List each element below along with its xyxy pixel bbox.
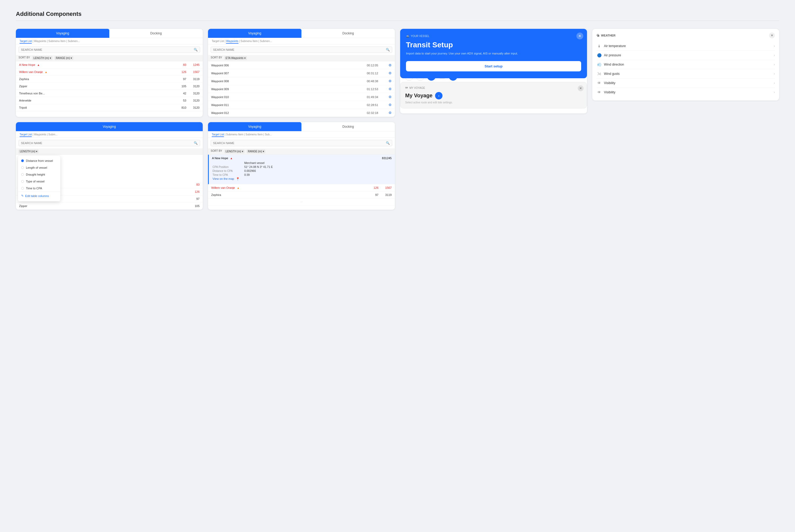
sort-bar-2: SORT BY ETA Waypoints ▾ <box>208 55 395 61</box>
dropdown-item-time-cpa[interactable]: Time to CPA <box>18 185 60 192</box>
settings-icon[interactable]: ⚙ <box>385 71 392 75</box>
voyage-label: 🗺 MY VOYAGE <box>405 87 582 89</box>
sort-length-1[interactable]: LENGTH (m) ▾ <box>32 56 52 60</box>
table-row[interactable]: Willem van Oranje ▲ 126 1567 <box>16 69 203 76</box>
crumb-active-5[interactable]: Target List <box>212 133 224 137</box>
tab-voyaging-5[interactable]: Voyaging <box>208 122 302 131</box>
waypoint-row[interactable]: Waypoint 010 01:49:34 ⚙ <box>208 93 395 101</box>
waypoint-row[interactable]: Waypoint 009 01:12:53 ⚙ <box>208 85 395 93</box>
tab-strip-5: Voyaging Docking <box>208 122 395 131</box>
search-input-5[interactable] <box>213 141 386 145</box>
transit-description: Import data to start your journey. Use y… <box>406 51 581 56</box>
sort-range-1[interactable]: RANGE (m) ▾ <box>55 56 73 60</box>
voyage-navigate-button[interactable]: › <box>435 92 442 99</box>
component-5-expanded-row: Voyaging Docking Target List | Submenu I… <box>208 122 395 210</box>
tab-docking-1[interactable]: Docking <box>109 29 203 38</box>
table-row[interactable]: Artevelde 53 3120 <box>16 97 203 104</box>
weather-item-visibility-1[interactable]: 👁 Visibility › <box>597 78 775 88</box>
sort-range-5[interactable]: RANGE (m) ▾ <box>247 149 266 153</box>
weather-header: 🌤 WEATHER ✕ <box>597 33 775 38</box>
detail-view-map[interactable]: View on the map 📍 <box>213 177 392 181</box>
settings-icon[interactable]: ⚙ <box>385 95 392 99</box>
detail-type: Merchant vessel <box>213 161 392 165</box>
sort-eta-2[interactable]: ETA Waypoints ▾ <box>224 56 247 60</box>
search-bar-1[interactable]: 🔍 <box>19 46 200 53</box>
detail-cpa-pos: CPA Position 51° 24.08 N 3° 41.71 E <box>213 165 392 168</box>
chevron-right-icon: › <box>774 44 775 48</box>
dropdown-item-draught[interactable]: Draught height <box>18 171 60 178</box>
crumb-active-4[interactable]: Target List <box>20 133 32 137</box>
waypoint-row[interactable]: Waypoint 008 00:48:38 ⚙ <box>208 77 395 85</box>
search-icon-5: 🔍 <box>386 141 390 145</box>
tab-voyaging-2[interactable]: Voyaging <box>208 29 302 38</box>
detail-distance-cpa: Distance to CPA 0.002966 <box>213 169 392 172</box>
tab-strip-2: Voyaging Docking <box>208 29 395 38</box>
voyage-close-button[interactable]: ✕ <box>578 86 583 91</box>
table-row[interactable]: Timetheus von Be... 42 3120 <box>16 90 203 97</box>
waypoint-row[interactable]: Waypoint 006 00:12:05 ⚙ <box>208 61 395 69</box>
table-row[interactable]: ··· <box>208 198 395 206</box>
tab-strip-1: Voyaging Docking <box>16 29 203 38</box>
sort-length-4[interactable]: LENGTH (m) ▾ <box>19 149 39 153</box>
table-row[interactable]: Tripoli 810 3120 <box>16 104 203 111</box>
component-2-waypoints: Voyaging Docking Target List | Waypoints… <box>208 29 395 117</box>
table-row[interactable]: Zipper 105 <box>16 203 203 210</box>
visibility-icon-1: 👁 <box>597 81 602 85</box>
dot-selected <box>21 159 24 162</box>
weather-item-wind-direction[interactable]: 💨 Wind direction › <box>597 60 775 69</box>
weather-item-air-pressure[interactable]: 🔵 Air pressure › <box>597 51 775 60</box>
transit-start-button[interactable]: Start setup <box>406 61 581 71</box>
settings-icon[interactable]: ⚙ <box>385 103 392 107</box>
waypoint-row[interactable]: Waypoint 011 02:28:51 ⚙ <box>208 101 395 109</box>
weather-item-visibility-2[interactable]: 👁 Visibility › <box>597 88 775 97</box>
breadcrumb-1: Target List | Waypoints | Submenu Item |… <box>16 38 203 44</box>
weather-title: 🌤 WEATHER <box>597 34 616 37</box>
dropdown-item-distance[interactable]: Distance from vessel <box>18 157 60 164</box>
voyage-title: My Voyage <box>405 93 432 99</box>
dot-unselected <box>21 166 24 169</box>
table-row[interactable]: Willem van Oranje ▲ 126 1567 <box>208 184 395 191</box>
tab-voyaging-4[interactable]: Voyaging <box>16 122 203 131</box>
tab-docking-5[interactable]: Docking <box>302 122 395 131</box>
settings-icon[interactable]: ⚙ <box>385 87 392 91</box>
search-bar-4[interactable]: 🔍 <box>19 140 200 146</box>
table-row[interactable]: Zephira 97 3119 <box>208 191 395 198</box>
edit-columns-button[interactable]: ✎ Edit table columns <box>18 192 60 200</box>
column-dropdown: Distance from vessel Length of vessel Dr… <box>18 156 60 201</box>
dropdown-item-length[interactable]: Length of vessel <box>18 164 60 171</box>
search-bar-5[interactable]: 🔍 <box>211 140 392 146</box>
map-icon: 📍 <box>236 177 240 181</box>
dot-unselected <box>21 187 24 190</box>
search-bar-2[interactable]: 🔍 <box>211 46 392 53</box>
crumb-active-2[interactable]: Waypoints <box>226 40 238 44</box>
vessel-label: 🚢 YOUR VESSEL <box>406 35 581 38</box>
expanded-row[interactable]: A New Hope ▲ 83 1245 Merchant vessel CPA… <box>208 155 395 184</box>
tab-voyaging-1[interactable]: Voyaging <box>16 29 109 38</box>
dropdown-item-type[interactable]: Type of vessel <box>18 178 60 185</box>
alert-icon: ▲ <box>37 63 40 66</box>
waypoint-row[interactable]: Waypoint 012 02:32:18 ⚙ <box>208 109 395 117</box>
chevron-right-icon: › <box>774 72 775 76</box>
alert-icon-orange: ▲ <box>237 186 239 189</box>
tab-docking-2[interactable]: Docking <box>302 29 395 38</box>
weather-close-button[interactable]: ✕ <box>769 33 775 38</box>
settings-icon[interactable]: ⚙ <box>385 63 392 67</box>
settings-icon[interactable]: ⚙ <box>385 79 392 83</box>
weather-card: 🌤 WEATHER ✕ 🌡 Air temperature › 🔵 Air pr… <box>592 29 779 100</box>
table-row[interactable]: Zipper 105 3120 <box>16 83 203 90</box>
visibility-icon-2: 👁 <box>597 90 602 94</box>
wind-icon: 💨 <box>597 62 602 66</box>
waypoint-row[interactable]: Waypoint 007 00:31:12 ⚙ <box>208 69 395 77</box>
table-row[interactable]: Zephira 97 3119 <box>16 76 203 83</box>
search-input-4[interactable] <box>21 141 194 145</box>
crumb-active-1[interactable]: Target List <box>20 40 32 44</box>
vessel-icon: 🚢 <box>406 35 409 38</box>
settings-icon[interactable]: ⚙ <box>385 111 392 115</box>
sort-length-5[interactable]: LENGTH (m) ▾ <box>224 149 245 153</box>
table-row[interactable]: A New Hope ▲ 83 1245 <box>16 61 203 69</box>
search-input-2[interactable] <box>213 48 386 51</box>
weather-item-wind-gusts[interactable]: 🌬 Wind gusts › <box>597 69 775 78</box>
search-input-1[interactable] <box>21 48 194 51</box>
transit-close-button[interactable]: ✕ <box>576 33 583 39</box>
weather-item-air-temp[interactable]: 🌡 Air temperature › <box>597 41 775 51</box>
